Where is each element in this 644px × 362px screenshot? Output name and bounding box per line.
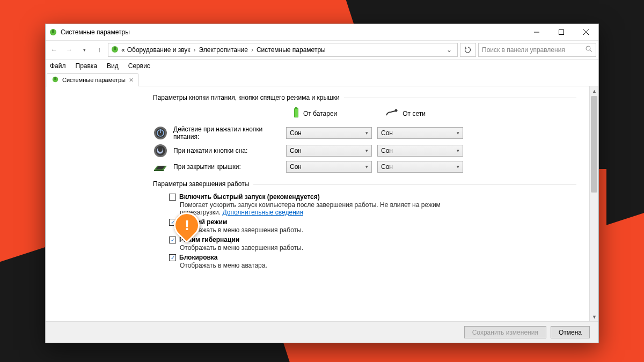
row-power-label: Действие при нажатии кнопки питания: <box>173 125 281 141</box>
chevron-down-icon: ▾ <box>365 164 368 169</box>
checkbox-sleep-desc: Отображать в меню завершения работы. <box>180 226 459 234</box>
breadcrumb-hardware[interactable]: Оборудование и звук <box>127 46 191 54</box>
select-power-battery[interactable]: Сон▾ <box>286 127 372 139</box>
tab-icon <box>52 76 59 84</box>
plug-icon <box>385 109 399 118</box>
content-area: Параметры кнопки питания, кнопки спящего… <box>46 86 589 321</box>
lid-icon <box>153 161 168 172</box>
menu-file[interactable]: Файл <box>49 61 67 71</box>
svg-rect-3 <box>559 30 564 35</box>
menubar: Файл Правка Вид Сервис <box>46 60 598 72</box>
svg-rect-1 <box>52 29 54 33</box>
row-sleep-label: При нажатии кнопки сна: <box>173 147 281 154</box>
scroll-down-arrow[interactable]: ▼ <box>590 312 599 321</box>
sleep-button-icon <box>153 144 168 158</box>
refresh-button[interactable] <box>460 43 476 57</box>
nav-forward-button[interactable]: → <box>63 43 76 56</box>
svg-rect-7 <box>114 47 116 50</box>
address-dropdown-chevron[interactable]: ⌄ <box>443 46 455 54</box>
search-input[interactable]: Поиск в панели управления <box>478 43 596 57</box>
svg-point-8 <box>586 46 590 50</box>
checkbox-hibernate-desc: Отображать в меню завершения работы. <box>180 244 459 252</box>
nav-recent-chevron[interactable]: ▾ <box>78 43 91 56</box>
checkbox-hibernate[interactable] <box>169 237 176 243</box>
address-field[interactable]: « Оборудование и звук › Электропитание ›… <box>108 43 458 57</box>
tabstrip: Системные параметры ✕ <box>46 72 598 86</box>
menu-edit[interactable]: Правка <box>75 61 99 71</box>
footer: Сохранить изменения Отмена <box>46 321 598 343</box>
scroll-thumb[interactable] <box>591 96 597 193</box>
chevron-right-icon: › <box>250 46 254 54</box>
scroll-up-arrow[interactable]: ▲ <box>590 86 599 95</box>
app-icon <box>49 28 57 36</box>
more-info-link[interactable]: Дополнительные сведения <box>222 209 303 216</box>
chevron-down-icon: ▾ <box>457 164 459 169</box>
chevron-down-icon: ▾ <box>365 148 368 153</box>
nav-up-button[interactable]: ↑ <box>93 43 106 56</box>
svg-point-15 <box>395 109 398 112</box>
tab-label: Системные параметры <box>62 77 126 83</box>
search-placeholder: Поиск в панели управления <box>482 46 565 54</box>
svg-rect-11 <box>54 77 56 80</box>
select-sleep-battery[interactable]: Сон▾ <box>286 145 372 157</box>
checkbox-lock-label: Блокировка <box>179 254 218 261</box>
window-title: Системные параметры <box>61 28 524 36</box>
chevron-down-icon: ▾ <box>457 130 459 136</box>
select-lid-battery[interactable]: Сон▾ <box>286 161 372 173</box>
close-button[interactable] <box>574 24 598 40</box>
checkbox-fast-desc: Помогает ускорить запуск компьютера посл… <box>180 201 459 216</box>
select-power-plugged[interactable]: Сон▾ <box>377 127 463 139</box>
section-buttons-title: Параметры кнопки питания, кнопки спящего… <box>153 94 576 101</box>
svg-rect-14 <box>295 109 298 117</box>
chevron-down-icon: ▾ <box>365 130 368 136</box>
svg-rect-13 <box>295 107 297 109</box>
checkbox-fast-label: Включить быстрый запуск (рекомендуется) <box>179 193 320 201</box>
app-icon-small <box>111 45 119 55</box>
control-panel-window: Системные параметры ← → ▾ ↑ « Оборудован… <box>45 24 599 343</box>
checkbox-lock[interactable] <box>169 254 176 261</box>
checkbox-fast-startup[interactable] <box>169 194 176 201</box>
nav-back-button[interactable]: ← <box>48 43 61 56</box>
chevron-right-icon: › <box>193 46 197 54</box>
column-battery: От батареи <box>292 107 337 120</box>
tab-system-params[interactable]: Системные параметры ✕ <box>47 73 138 86</box>
svg-line-9 <box>590 50 592 52</box>
address-bar: ← → ▾ ↑ « Оборудование и звук › Электроп… <box>46 40 598 60</box>
titlebar: Системные параметры <box>46 24 598 40</box>
cancel-button[interactable]: Отмена <box>551 326 590 338</box>
menu-view[interactable]: Вид <box>106 61 120 71</box>
breadcrumb-back[interactable]: « <box>121 46 125 54</box>
maximize-button[interactable] <box>549 24 574 40</box>
battery-icon <box>292 107 300 120</box>
vertical-scrollbar[interactable]: ▲ ▼ <box>589 86 598 321</box>
checkbox-lock-desc: Отображать в меню аватара. <box>180 262 459 269</box>
search-icon <box>586 46 592 54</box>
select-lid-plugged[interactable]: Сон▾ <box>377 161 463 173</box>
breadcrumb-power[interactable]: Электропитание <box>199 46 248 54</box>
section-shutdown-title: Параметры завершения работы <box>153 180 576 188</box>
menu-service[interactable]: Сервис <box>127 61 151 71</box>
minimize-button[interactable] <box>524 24 549 40</box>
select-sleep-plugged[interactable]: Сон▾ <box>377 145 463 157</box>
chevron-down-icon: ▾ <box>457 148 459 153</box>
exclamation-icon: ! <box>185 217 189 234</box>
row-lid-label: При закрытии крышки: <box>173 163 281 171</box>
tab-close-icon[interactable]: ✕ <box>129 77 134 84</box>
column-plugged: От сети <box>385 109 426 118</box>
power-button-icon <box>153 126 168 140</box>
save-button[interactable]: Сохранить изменения <box>464 326 546 338</box>
breadcrumb-system[interactable]: Системные параметры <box>257 46 326 54</box>
